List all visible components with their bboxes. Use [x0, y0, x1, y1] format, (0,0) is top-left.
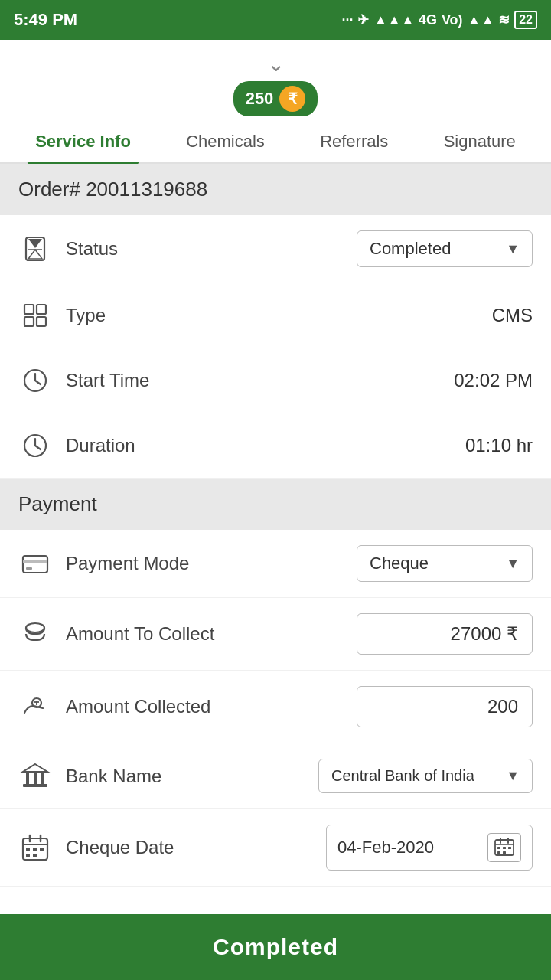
amount-to-collect-row: Amount To Collect 27000 ₹ [0, 598, 551, 671]
payment-mode-value: Cheque [370, 554, 429, 573]
calendar-icon [18, 831, 52, 864]
tab-signature[interactable]: Signature [436, 121, 523, 162]
svg-rect-29 [33, 848, 37, 851]
svg-rect-22 [41, 772, 44, 784]
duration-label: Duration [66, 435, 135, 456]
tabs-nav: Service Info Chemicals Referrals Signatu… [0, 121, 551, 164]
type-row: Type CMS [0, 283, 551, 348]
duration-clock-icon [18, 429, 52, 462]
svg-rect-5 [37, 317, 46, 326]
svg-rect-3 [37, 305, 46, 314]
cheque-date-input[interactable]: 04-Feb-2020 [326, 825, 533, 871]
hand-money-icon [18, 690, 52, 724]
start-time-value: 02:02 PM [454, 370, 533, 391]
tabs-wrapper: 250 ₹ Service Info Chemicals Referrals S… [0, 81, 551, 164]
hourglass-icon [18, 232, 52, 266]
bank-icon [18, 760, 52, 793]
cheque-date-value: 04-Feb-2020 [337, 838, 434, 858]
service-info-section: Status Completed ▼ Type CMS [0, 215, 551, 479]
svg-rect-14 [26, 567, 32, 570]
status-time: 5:49 PM [14, 10, 77, 30]
svg-point-15 [26, 623, 44, 632]
bank-name-value: Central Bank of India [331, 767, 474, 785]
bottom-complete-button[interactable]: Completed [0, 914, 551, 980]
svg-rect-13 [23, 560, 47, 564]
status-value: Completed [370, 239, 451, 259]
svg-rect-2 [24, 305, 34, 314]
type-label: Type [66, 305, 106, 326]
payment-mode-label: Payment Mode [66, 553, 189, 574]
amount-collected-label: Amount Collected [66, 696, 210, 717]
svg-rect-23 [23, 784, 47, 787]
svg-rect-4 [24, 317, 34, 326]
points-badge: 250 ₹ [233, 81, 318, 116]
svg-rect-12 [23, 556, 47, 573]
svg-rect-39 [508, 847, 511, 849]
battery-indicator: 22 [514, 11, 537, 29]
tab-referrals[interactable]: Referrals [312, 121, 396, 162]
tab-chemicals[interactable]: Chemicals [178, 121, 272, 162]
duration-value: 01:10 hr [465, 435, 533, 456]
svg-rect-32 [33, 854, 37, 857]
svg-line-11 [35, 446, 41, 449]
payment-mode-dropdown[interactable]: Cheque ▼ [357, 545, 533, 582]
status-dropdown-arrow: ▼ [506, 241, 520, 257]
chevron-down-icon[interactable]: ⌄ [267, 54, 285, 75]
amount-collected-row: Amount Collected 200 [0, 671, 551, 743]
svg-rect-40 [497, 851, 500, 854]
status-icons: ··· ✈ ▲▲▲ 4G Vo) ▲▲ ≋ 22 [341, 11, 537, 29]
grid-icon [18, 299, 52, 332]
payment-mode-arrow: ▼ [506, 556, 520, 572]
status-label: Status [66, 238, 118, 260]
svg-line-8 [35, 381, 41, 384]
bank-name-dropdown[interactable]: Central Bank of India ▼ [318, 759, 533, 793]
amount-to-collect-input[interactable]: 27000 ₹ [357, 613, 533, 655]
type-value: CMS [492, 305, 533, 326]
order-header: Order# 20011319688 [0, 164, 551, 215]
svg-rect-38 [503, 847, 506, 849]
points-value: 250 [246, 89, 274, 109]
cheque-date-label: Cheque Date [66, 837, 174, 858]
amount-collected-input[interactable]: 200 [357, 686, 533, 727]
amount-to-collect-label: Amount To Collect [66, 623, 214, 645]
tab-service-info[interactable]: Service Info [28, 121, 139, 162]
payment-section: Payment Mode Cheque ▼ Amount To Collect … [0, 530, 551, 887]
status-row: Status Completed ▼ [0, 215, 551, 283]
bank-dropdown-arrow: ▼ [506, 768, 520, 784]
rupee-coin-icon: ₹ [279, 86, 305, 112]
svg-rect-37 [497, 847, 500, 849]
status-bar: 5:49 PM ··· ✈ ▲▲▲ 4G Vo) ▲▲ ≋ 22 [0, 0, 551, 40]
coins-icon [18, 617, 52, 651]
svg-rect-28 [26, 848, 30, 851]
svg-rect-21 [34, 772, 37, 784]
bank-name-row: Bank Name Central Bank of India ▼ [0, 743, 551, 809]
svg-rect-20 [26, 772, 29, 784]
cheque-date-row: Cheque Date 04-Feb-2020 [0, 809, 551, 887]
svg-rect-41 [503, 851, 506, 854]
svg-rect-30 [40, 848, 44, 851]
duration-row: Duration 01:10 hr [0, 413, 551, 479]
status-dropdown[interactable]: Completed ▼ [357, 230, 533, 267]
calendar-picker-icon[interactable] [487, 833, 521, 862]
clock-icon [18, 364, 52, 397]
start-time-row: Start Time 02:02 PM [0, 348, 551, 413]
svg-marker-19 [23, 764, 47, 772]
svg-rect-31 [26, 854, 30, 857]
bank-name-label: Bank Name [66, 766, 161, 787]
payment-mode-row: Payment Mode Cheque ▼ [0, 530, 551, 598]
payment-icon [18, 547, 52, 580]
chevron-bar[interactable]: ⌄ [0, 40, 551, 81]
payment-section-header: Payment [0, 479, 551, 530]
start-time-label: Start Time [66, 370, 149, 391]
points-badge-row: 250 ₹ [0, 81, 551, 116]
